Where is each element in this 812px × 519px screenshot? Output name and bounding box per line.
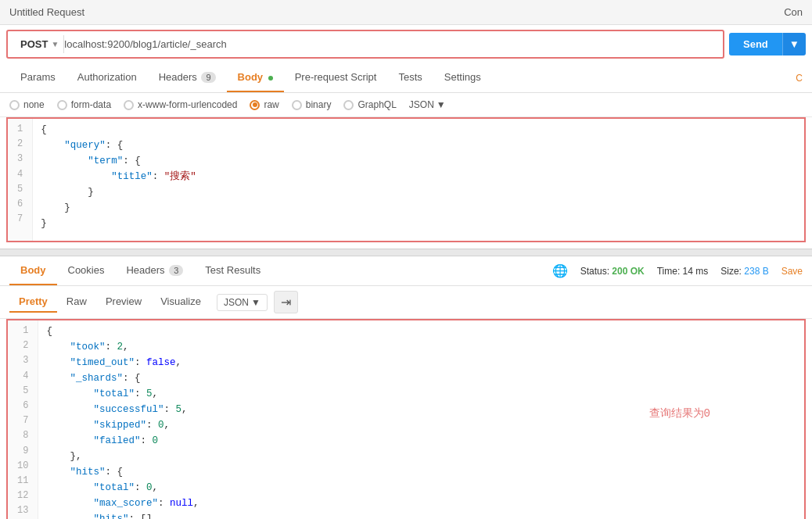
resp-line-11: "total": 0, <box>46 480 796 496</box>
option-raw[interactable]: raw <box>250 99 278 110</box>
tab-tests[interactable]: Tests <box>387 63 433 92</box>
body-format-select[interactable]: JSON ▼ <box>409 99 446 110</box>
cookies-info: C <box>796 65 803 91</box>
headers-badge: 9 <box>201 72 215 83</box>
resp-line-12: "max_score": null, <box>46 496 796 511</box>
body-format-label: JSON <box>409 99 434 110</box>
send-button[interactable]: Send <box>729 33 782 55</box>
resp-tab-headers[interactable]: Headers 3 <box>115 256 194 285</box>
option-none[interactable]: none <box>9 99 45 110</box>
code-line-7: } <box>41 216 796 231</box>
tab-params[interactable]: Params <box>9 63 66 92</box>
url-bar-wrapper: POST ▼ Send ▼ <box>0 25 812 63</box>
code-line-1: { <box>41 122 796 138</box>
tab-authorization[interactable]: Authorization <box>66 63 148 92</box>
code-lines: 1 2 3 4 5 6 7 { "query": { "term": { "ti… <box>8 119 804 241</box>
resp-tab-body[interactable]: Body <box>9 256 57 285</box>
fmt-tab-raw[interactable]: Raw <box>57 292 96 313</box>
app-window: Untitled Request Con POST ▼ Send ▼ Param… <box>0 0 812 519</box>
window-title: Untitled Request <box>9 6 84 18</box>
response-format-label: JSON <box>224 297 249 308</box>
title-bar: Untitled Request Con <box>0 0 812 25</box>
resp-line-3: "timed_out": false, <box>46 355 796 370</box>
radio-raw <box>250 100 260 110</box>
code-line-2: "query": { <box>41 138 796 153</box>
status-value: 200 OK <box>612 266 644 277</box>
resp-headers-badge: 3 <box>169 265 183 276</box>
resp-line-1: { <box>46 324 796 339</box>
resp-line-2: "took": 2, <box>46 339 796 355</box>
tab-settings[interactable]: Settings <box>433 63 492 92</box>
query-result-annotation: 查询结果为0 <box>649 406 710 421</box>
code-line-3: "term": { <box>41 153 796 169</box>
resp-tab-testresults[interactable]: Test Results <box>194 256 271 285</box>
response-code-lines: 1 2 3 4 5 6 7 8 9 10 11 12 13 14 15 { "t… <box>8 320 804 519</box>
resp-tab-cookies[interactable]: Cookies <box>57 256 116 285</box>
code-content[interactable]: { "query": { "term": { "title": "搜索" } }… <box>33 119 804 241</box>
body-type-options: none form-data x-www-form-urlencoded raw… <box>0 93 812 117</box>
response-format-chevron-icon: ▼ <box>251 297 260 308</box>
option-graphql[interactable]: GraphQL <box>343 99 396 110</box>
save-button[interactable]: Save <box>781 266 803 277</box>
window-controls: Con <box>784 6 803 18</box>
code-line-6: } <box>41 200 796 216</box>
resp-line-13: "hits": [] <box>46 511 796 519</box>
method-label: POST <box>20 38 48 50</box>
tab-prerequest[interactable]: Pre-request Script <box>284 63 388 92</box>
response-code-editor: 1 2 3 4 5 6 7 8 9 10 11 12 13 14 15 { "t… <box>6 319 806 519</box>
status-label: Status: 200 OK <box>580 266 645 277</box>
time-value: 14 ms <box>683 266 709 277</box>
body-format-chevron-icon: ▼ <box>437 99 446 110</box>
resp-line-9: }, <box>46 449 796 464</box>
method-select[interactable]: POST ▼ <box>16 35 64 53</box>
radio-binary <box>292 100 302 110</box>
response-format-tabs: Pretty Raw Preview Visualize JSON ▼ ⇥ <box>0 286 812 319</box>
option-binary[interactable]: binary <box>292 99 332 110</box>
fmt-tab-visualize[interactable]: Visualize <box>151 292 210 313</box>
time-label: Time: 14 ms <box>657 266 709 277</box>
response-format-select[interactable]: JSON ▼ <box>217 294 268 311</box>
request-tabs: Params Authorization Headers 9 Body Pre-… <box>0 63 812 93</box>
globe-icon: 🌐 <box>552 263 568 278</box>
size-value: 238 B <box>744 266 768 277</box>
request-code-editor[interactable]: 1 2 3 4 5 6 7 { "query": { "term": { "ti… <box>6 117 806 242</box>
resp-line-5: "total": 5, <box>46 386 796 402</box>
response-status: 🌐 Status: 200 OK Time: 14 ms Size: 238 B… <box>552 257 803 285</box>
option-formdata[interactable]: form-data <box>57 99 111 110</box>
section-divider <box>0 249 812 256</box>
response-tabs: Body Cookies Headers 3 Test Results 🌐 St… <box>0 256 812 286</box>
tab-body[interactable]: Body <box>227 63 284 92</box>
radio-graphql <box>343 100 354 110</box>
send-dropdown-button[interactable]: ▼ <box>782 33 806 55</box>
radio-formdata <box>57 100 67 110</box>
method-chevron-icon: ▼ <box>51 40 59 48</box>
tab-headers[interactable]: Headers 9 <box>148 63 227 92</box>
radio-none <box>9 100 20 110</box>
radio-urlencoded <box>124 100 134 110</box>
response-line-numbers: 1 2 3 4 5 6 7 8 9 10 11 12 13 14 15 <box>8 320 38 519</box>
fmt-tab-preview[interactable]: Preview <box>96 292 151 313</box>
option-urlencoded[interactable]: x-www-form-urlencoded <box>124 99 237 110</box>
resp-line-8: "failed": 0 <box>46 433 796 449</box>
fmt-tab-pretty[interactable]: Pretty <box>9 292 57 313</box>
url-input[interactable] <box>64 38 715 50</box>
resp-line-4: "_shards": { <box>46 370 796 386</box>
body-dot <box>268 76 273 81</box>
size-label: Size: 238 B <box>720 266 768 277</box>
wrap-button[interactable]: ⇥ <box>274 291 298 313</box>
code-line-4: "title": "搜索" <box>41 169 796 184</box>
code-line-5: } <box>41 184 796 200</box>
url-box: POST ▼ <box>6 30 724 59</box>
send-button-group: Send ▼ <box>729 33 806 55</box>
resp-line-10: "hits": { <box>46 464 796 480</box>
line-numbers: 1 2 3 4 5 6 7 <box>8 119 33 241</box>
